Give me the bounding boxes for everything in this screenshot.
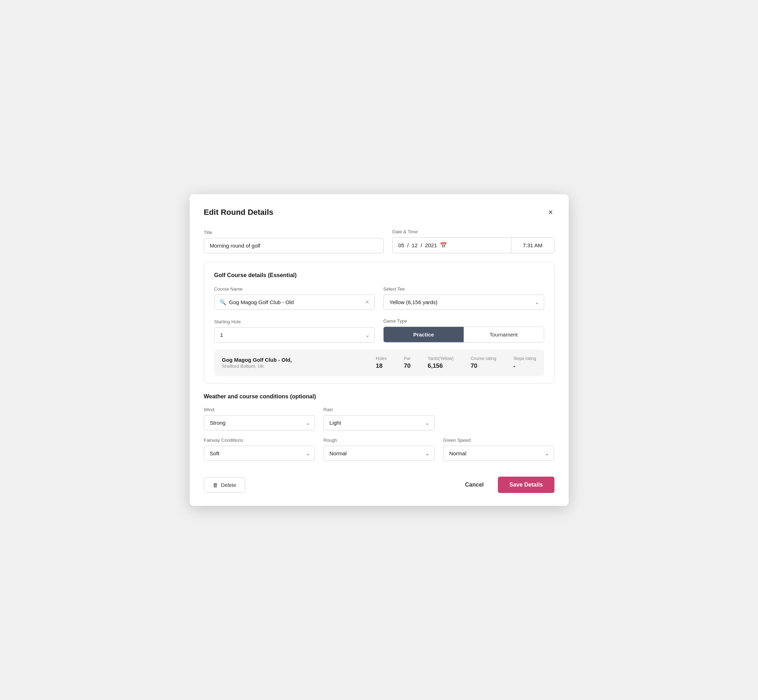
- close-button[interactable]: ×: [547, 207, 554, 218]
- date-part: 05 / 12 / 2021 📅: [393, 238, 511, 253]
- wind-group: Wind NoneLightModerateStrong ⌄: [204, 407, 315, 430]
- date-text: 05 / 12 / 2021: [398, 242, 437, 248]
- modal-header: Edit Round Details ×: [204, 207, 554, 218]
- green-speed-label: Green Speed: [443, 438, 554, 443]
- time-part: 7:31 AM: [511, 238, 554, 253]
- slope-rating-value: -: [513, 362, 515, 370]
- rain-group: Rain NoneLightModerateHeavy ⌄: [324, 407, 434, 430]
- weather-title: Weather and course conditions (optional): [204, 394, 554, 400]
- rough-label: Rough: [324, 438, 434, 443]
- course-stats: Holes 18 Par 70 Yards(Yellow) 6,156 Cour…: [376, 356, 536, 370]
- datetime-group: Date & Time 05 / 12 / 2021 📅 7:31 AM: [392, 229, 554, 253]
- rough-dropdown[interactable]: ShortNormalLongVery Long: [324, 446, 434, 461]
- footer-right: Cancel Save Details: [459, 477, 554, 493]
- game-type-toggle: Practice Tournament: [383, 327, 544, 342]
- yards-label: Yards(Yellow): [428, 356, 454, 361]
- wind-wrap: NoneLightModerateStrong ⌄: [204, 415, 315, 430]
- fairway-label: Fairway Conditions: [204, 438, 315, 443]
- wind-label: Wind: [204, 407, 315, 412]
- title-label: Title: [204, 230, 384, 235]
- holes-value: 18: [376, 362, 382, 370]
- hole-gametype-row: Starting Hole 1234 5678 910 ⌄ Game Type …: [214, 318, 544, 342]
- course-info-name-block: Gog Magog Golf Club - Old, Shelford Bott…: [222, 357, 376, 369]
- par-stat: Par 70: [404, 356, 411, 370]
- fairway-rough-green-row: Fairway Conditions DryNormalSoftWet ⌄ Ro…: [204, 438, 554, 461]
- course-name-input[interactable]: [229, 299, 362, 305]
- slope-rating-stat: Slope rating -: [513, 356, 536, 370]
- green-speed-group: Green Speed SlowNormalFastVery Fast ⌄: [443, 438, 554, 461]
- starting-hole-dropdown[interactable]: 1234 5678 910: [214, 327, 375, 342]
- course-name-row: Course Name 🔍 ✕ Select Tee Yellow (6,156…: [214, 286, 544, 310]
- game-type-group: Game Type Practice Tournament: [383, 318, 544, 342]
- edit-round-modal: Edit Round Details × Title Date & Time 0…: [190, 194, 568, 506]
- sep2: /: [421, 242, 422, 248]
- select-tee-dropdown[interactable]: Yellow (6,156 yards) White (6,500 yards)…: [383, 295, 544, 310]
- game-type-label: Game Type: [383, 318, 544, 324]
- course-rating-label: Course rating: [470, 356, 496, 361]
- fairway-wrap: DryNormalSoftWet ⌄: [204, 446, 315, 461]
- golf-section-title: Golf Course details (Essential): [214, 272, 544, 278]
- course-rating-value: 70: [470, 362, 477, 370]
- date-time-container: 05 / 12 / 2021 📅 7:31 AM: [392, 237, 554, 253]
- calendar-icon[interactable]: 📅: [440, 242, 447, 248]
- holes-label: Holes: [376, 356, 387, 361]
- title-input[interactable]: [204, 238, 384, 253]
- rain-wrap: NoneLightModerateHeavy ⌄: [324, 415, 434, 430]
- rough-group: Rough ShortNormalLongVery Long ⌄: [324, 438, 434, 461]
- trash-icon: 🗑: [213, 482, 218, 488]
- starting-hole-group: Starting Hole 1234 5678 910 ⌄: [214, 319, 375, 342]
- course-name-label: Course Name: [214, 286, 375, 292]
- datetime-label: Date & Time: [392, 229, 554, 234]
- practice-button[interactable]: Practice: [384, 327, 464, 342]
- course-info-bar: Gog Magog Golf Club - Old, Shelford Bott…: [214, 350, 544, 376]
- select-tee-group: Select Tee Yellow (6,156 yards) White (6…: [383, 286, 544, 310]
- tournament-button[interactable]: Tournament: [464, 327, 544, 342]
- holes-stat: Holes 18: [376, 356, 387, 370]
- course-info-name: Gog Magog Golf Club - Old,: [222, 357, 376, 363]
- course-name-search-wrap: 🔍 ✕: [214, 295, 375, 310]
- slope-rating-label: Slope rating: [513, 356, 536, 361]
- rough-wrap: ShortNormalLongVery Long ⌄: [324, 446, 434, 461]
- sep1: /: [407, 242, 409, 248]
- modal-title: Edit Round Details: [204, 208, 274, 217]
- fairway-group: Fairway Conditions DryNormalSoftWet ⌄: [204, 438, 315, 461]
- green-speed-dropdown[interactable]: SlowNormalFastVery Fast: [443, 446, 554, 461]
- par-value: 70: [404, 362, 411, 370]
- fairway-dropdown[interactable]: DryNormalSoftWet: [204, 446, 315, 461]
- starting-hole-wrap: 1234 5678 910 ⌄: [214, 327, 375, 342]
- rain-label: Rain: [324, 407, 434, 412]
- starting-hole-label: Starting Hole: [214, 319, 375, 324]
- delete-label: Delete: [221, 482, 236, 488]
- wind-rain-row: Wind NoneLightModerateStrong ⌄ Rain None…: [204, 407, 554, 430]
- delete-button[interactable]: 🗑 Delete: [204, 477, 245, 493]
- search-icon: 🔍: [219, 299, 226, 306]
- wind-dropdown[interactable]: NoneLightModerateStrong: [204, 415, 315, 430]
- select-tee-wrap: Yellow (6,156 yards) White (6,500 yards)…: [383, 295, 544, 310]
- save-button[interactable]: Save Details: [498, 477, 554, 493]
- yards-value: 6,156: [428, 362, 443, 370]
- clear-icon[interactable]: ✕: [365, 299, 370, 306]
- yards-stat: Yards(Yellow) 6,156: [428, 356, 454, 370]
- select-tee-label: Select Tee: [383, 286, 544, 292]
- footer-row: 🗑 Delete Cancel Save Details: [204, 471, 554, 493]
- course-name-group: Course Name 🔍 ✕: [214, 286, 375, 310]
- title-group: Title: [204, 230, 384, 253]
- rain-dropdown[interactable]: NoneLightModerateHeavy: [324, 415, 434, 430]
- weather-section: Weather and course conditions (optional)…: [204, 394, 554, 461]
- golf-course-section: Golf Course details (Essential) Course N…: [204, 262, 554, 383]
- cancel-button[interactable]: Cancel: [459, 477, 489, 492]
- course-rating-stat: Course rating 70: [470, 356, 496, 370]
- green-speed-wrap: SlowNormalFastVery Fast ⌄: [443, 446, 554, 461]
- title-datetime-row: Title Date & Time 05 / 12 / 2021 📅 7: [204, 229, 554, 253]
- par-label: Par: [404, 356, 411, 361]
- course-info-location: Shelford Bottom, UK: [222, 364, 376, 369]
